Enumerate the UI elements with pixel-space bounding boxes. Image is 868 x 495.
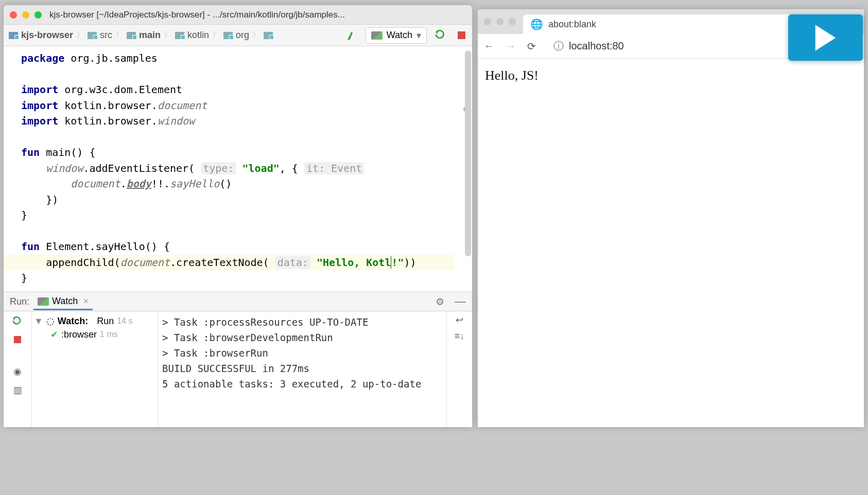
ide-window: kjs-browser [~/IdeaProjects/kjs-browser]… [4,5,472,427]
stop-icon[interactable] [14,336,21,343]
minimize-panel-icon[interactable]: — [455,295,466,308]
rerun-button[interactable] [434,29,447,42]
globe-icon: 🌐 [530,18,543,30]
page-text: Hello, JS! [485,68,539,83]
breadcrumb-item[interactable]: src [86,30,113,41]
breadcrumb-item[interactable]: main [126,30,162,41]
gradle-icon [371,31,383,40]
run-left-gutter: ◉ ▥ [4,311,32,427]
folder-icon [88,32,97,39]
run-tree[interactable]: ▼ ◌ Watch: Run 14 s ✔ :browser 1 ms [32,311,158,427]
scroll-end-icon[interactable]: ≡↓ [455,331,465,342]
run-output[interactable]: > Task :processResources UP-TO-DATE > Ta… [158,311,446,427]
chevron-right-icon: 〉 [212,30,220,41]
run-right-gutter: ↩ ≡↓ [446,311,472,427]
close-window-button[interactable] [10,11,17,19]
browser-window: 🌐 about:blank ← → ⟳ ⓘ localhost:80 Hello… [478,9,864,427]
code-editor[interactable]: ◉ package org.jb.samples import org.w3c.… [4,46,472,292]
folder-icon [264,32,273,39]
soft-wrap-icon[interactable]: ↩ [456,314,463,326]
window-title: kjs-browser [~/IdeaProjects/kjs-browser]… [49,10,345,20]
rerun-icon[interactable] [12,316,23,329]
ide-titlebar: kjs-browser [~/IdeaProjects/kjs-browser]… [4,5,472,25]
loading-icon: ◌ [46,315,55,327]
run-tree-root[interactable]: ▼ ◌ Watch: Run 14 s [34,314,155,328]
editor-scrollbar[interactable] [465,50,471,256]
breadcrumb-item[interactable]: kotlin [174,30,210,41]
forward-button[interactable]: → [506,40,516,52]
stop-button[interactable] [455,29,468,42]
close-window-button[interactable] [484,18,491,25]
chevron-right-icon: 〉 [252,30,261,41]
window-controls [10,11,42,19]
run-config-label: Watch [387,30,412,41]
run-panel: ◉ ▥ ▼ ◌ Watch: Run 14 s ✔ :browser 1 ms … [4,311,472,427]
ide-toolbar: kjs-browser 〉 src 〉 main 〉 kotlin 〉 org … [4,25,472,46]
gear-icon[interactable]: ⚙ [436,296,444,308]
video-play-overlay[interactable] [788,14,863,61]
maximize-window-button[interactable] [509,18,516,25]
run-config-selector[interactable]: Watch ▾ [366,27,427,44]
folder-icon [9,32,18,39]
info-icon: ⓘ [553,39,564,53]
run-label: Run: [10,296,29,307]
run-tab-watch[interactable]: Watch × [33,294,93,310]
check-icon: ✔ [50,329,58,340]
folder-icon [127,32,136,39]
breadcrumb-root[interactable]: kjs-browser [8,30,74,41]
run-panel-header: Run: Watch × ⚙ — [4,292,472,311]
gradle-icon [38,297,49,306]
minimize-window-button[interactable] [22,11,29,19]
watch-icon[interactable]: ◉ [13,366,22,377]
browser-window-controls [484,18,516,25]
breadcrumb-item[interactable] [263,32,277,39]
chevron-down-icon: ▾ [416,30,421,41]
url-text: localhost:80 [569,40,624,52]
browser-page: Hello, JS! [478,59,864,93]
breadcrumb-item[interactable]: org [222,30,250,41]
folder-icon [223,32,233,39]
chevron-right-icon: 〉 [115,30,124,41]
minimize-window-button[interactable] [496,18,504,25]
layout-icon[interactable]: ▥ [13,384,22,396]
maximize-window-button[interactable] [34,11,42,19]
build-button[interactable] [345,29,358,42]
back-button[interactable]: ← [484,40,494,52]
chevron-right-icon: 〉 [164,30,172,41]
chevron-right-icon: 〉 [76,30,84,41]
browser-tab-title: about:blank [548,19,596,30]
folder-icon [175,32,184,39]
close-tab-icon[interactable]: × [83,296,89,307]
reload-button[interactable]: ⟳ [527,40,536,52]
run-tree-child[interactable]: ✔ :browser 1 ms [34,328,155,341]
